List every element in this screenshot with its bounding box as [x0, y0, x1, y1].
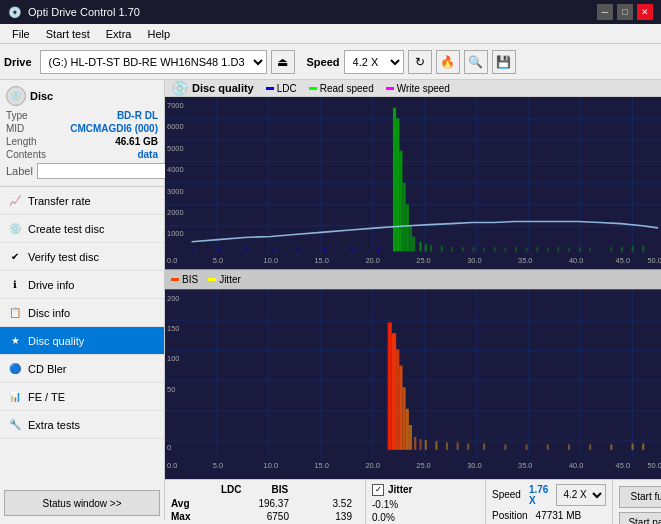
ldc-dot [266, 87, 274, 90]
svg-rect-45 [245, 248, 247, 251]
svg-text:45.0: 45.0 [616, 461, 630, 470]
max-label: Max [171, 511, 206, 522]
jitter-chart-label: Jitter [219, 274, 241, 285]
legend-read-speed: Read speed [309, 83, 374, 94]
fe-te-icon: 📊 [8, 390, 22, 404]
drive-select[interactable]: (G:) HL-DT-ST BD-RE WH16NS48 1.D3 [40, 50, 267, 74]
svg-text:35.0: 35.0 [518, 461, 532, 470]
svg-rect-123 [414, 437, 416, 450]
speed-stat-select[interactable]: 4.2 X [556, 484, 606, 506]
bis-header: BIS [272, 484, 289, 495]
close-button[interactable]: ✕ [637, 4, 653, 20]
verify-test-disc-label: Verify test disc [28, 251, 99, 263]
menu-extra[interactable]: Extra [98, 26, 140, 42]
disc-icon: 💿 [6, 86, 26, 106]
sidebar-item-drive-info[interactable]: ℹ Drive info [0, 271, 164, 299]
menu-help[interactable]: Help [139, 26, 178, 42]
read-speed-dot [309, 87, 317, 90]
sidebar-item-fe-te[interactable]: 📊 FE / TE [0, 383, 164, 411]
scan-button[interactable]: 🔍 [464, 50, 488, 74]
position-label: Position [492, 510, 528, 521]
svg-text:0.0: 0.0 [167, 256, 177, 265]
avg-ldc: 196.37 [214, 498, 289, 509]
svg-rect-62 [451, 247, 453, 251]
svg-text:200: 200 [167, 293, 179, 302]
svg-rect-117 [392, 333, 396, 450]
svg-rect-124 [419, 439, 421, 450]
menu-start-test[interactable]: Start test [38, 26, 98, 42]
create-test-disc-label: Create test disc [28, 223, 104, 235]
jitter-avg: -0.1% [372, 499, 398, 510]
svg-text:10.0: 10.0 [264, 461, 278, 470]
start-part-button[interactable]: Start part [619, 512, 661, 524]
jitter-stats: ✓ Jitter -0.1% 0.0% [365, 480, 485, 524]
jitter-max: 0.0% [372, 512, 395, 523]
svg-rect-51 [393, 108, 396, 252]
stats-col-headers: LDC BIS [171, 484, 359, 495]
sidebar-item-disc-quality[interactable]: ★ Disc quality [0, 327, 164, 355]
svg-rect-46 [271, 249, 273, 251]
action-buttons: Start full Start part [612, 480, 661, 524]
legend-bis: BIS [171, 274, 198, 285]
chart2-divider: BIS Jitter [165, 269, 661, 289]
svg-rect-55 [406, 204, 409, 251]
svg-rect-118 [396, 349, 399, 449]
start-full-button[interactable]: Start full [619, 486, 661, 508]
svg-rect-128 [457, 442, 459, 450]
disc-mid-row: MID CMCMAGDI6 (000) [6, 123, 158, 134]
svg-rect-48 [324, 247, 326, 251]
menu-bar: File Start test Extra Help [0, 24, 661, 44]
svg-text:3000: 3000 [167, 187, 183, 196]
svg-rect-67 [504, 248, 506, 251]
refresh-button[interactable]: ↻ [408, 50, 432, 74]
svg-rect-79 [642, 246, 644, 251]
svg-text:15.0: 15.0 [314, 256, 328, 265]
disc-type-label: Type [6, 110, 28, 121]
svg-text:50.0 GB: 50.0 GB [647, 256, 661, 265]
chart-title-icon: 💿 [171, 80, 188, 96]
burn-button[interactable]: 🔥 [436, 50, 460, 74]
sidebar-item-transfer-rate[interactable]: 📈 Transfer rate [0, 187, 164, 215]
svg-rect-47 [298, 248, 300, 251]
avg-label: Avg [171, 498, 206, 509]
disc-type-value: BD-R DL [117, 110, 158, 121]
maximize-button[interactable]: □ [617, 4, 633, 20]
disc-length-value: 46.61 GB [115, 136, 158, 147]
minimize-button[interactable]: ─ [597, 4, 613, 20]
menu-file[interactable]: File [4, 26, 38, 42]
svg-rect-135 [589, 444, 591, 449]
svg-rect-127 [446, 442, 448, 450]
sidebar-item-disc-info[interactable]: 📋 Disc info [0, 299, 164, 327]
sidebar-item-cd-bler[interactable]: 🔵 CD Bler [0, 355, 164, 383]
right-stats-panel: Speed 1.76 X 4.2 X Position 47731 MB Sam… [485, 480, 612, 524]
sidebar-item-extra-tests[interactable]: 🔧 Extra tests [0, 411, 164, 439]
status-window-button[interactable]: Status window >> [4, 490, 160, 516]
ldc-label: LDC [277, 83, 297, 94]
speed-select[interactable]: 4.2 X [344, 50, 404, 74]
position-value: 47731 MB [536, 510, 582, 521]
write-speed-label: Write speed [397, 83, 450, 94]
disc-info-icon: 📋 [8, 306, 22, 320]
sidebar-item-create-test-disc[interactable]: 💿 Create test disc [0, 215, 164, 243]
top-chart: 7000 6000 5000 4000 3000 2000 1000 18X 1… [165, 97, 661, 269]
save-button[interactable]: 💾 [492, 50, 516, 74]
charts-area: 7000 6000 5000 4000 3000 2000 1000 18X 1… [165, 97, 661, 479]
jitter-max-row: 0.0% [372, 512, 479, 523]
chart-header: 💿 Disc quality LDC Read speed Write spee… [165, 80, 661, 97]
bottom-chart: 200 150 100 50 0 10% 8% 6% 4% 2% 0.0 5.0… [165, 289, 661, 479]
svg-text:4000: 4000 [167, 165, 183, 174]
cd-bler-label: CD Bler [28, 363, 67, 375]
disc-panel: 💿 Disc Type BD-R DL MID CMCMAGDI6 (000) … [0, 80, 164, 187]
eject-button[interactable]: ⏏ [271, 50, 295, 74]
svg-text:0.0: 0.0 [167, 461, 177, 470]
disc-contents-value: data [137, 149, 158, 160]
svg-rect-44 [218, 248, 220, 251]
sidebar-item-verify-test-disc[interactable]: ✔ Verify test disc [0, 243, 164, 271]
jitter-checkbox[interactable]: ✓ [372, 484, 384, 496]
transfer-rate-icon: 📈 [8, 194, 22, 208]
disc-label-row: Label 🔍 [6, 162, 158, 180]
svg-rect-77 [621, 247, 623, 251]
svg-rect-138 [642, 443, 644, 449]
svg-rect-63 [462, 247, 464, 251]
disc-label-input[interactable] [37, 163, 170, 179]
